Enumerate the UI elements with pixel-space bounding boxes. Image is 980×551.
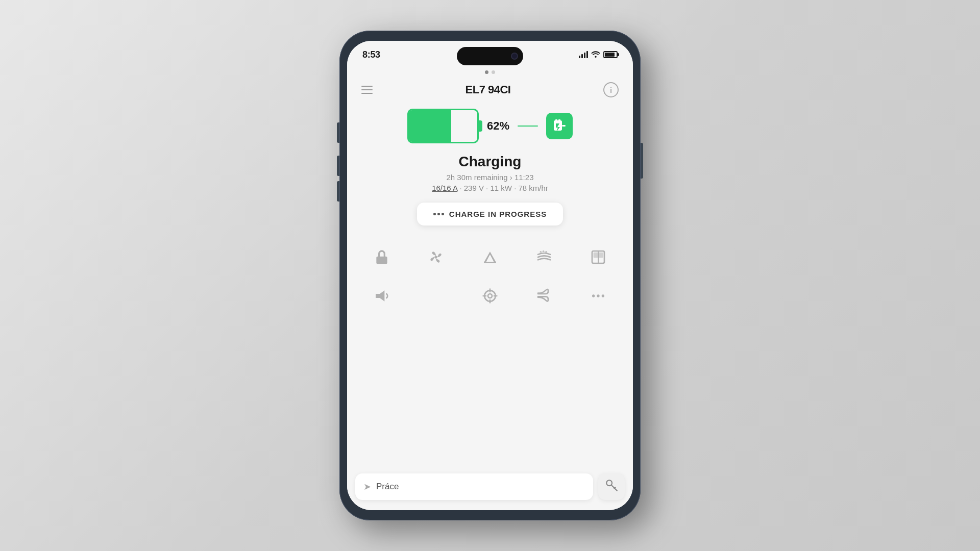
defrost-icon-button[interactable] — [530, 243, 558, 271]
horn-icon-button[interactable] — [368, 282, 396, 310]
target-icon — [482, 288, 498, 304]
car-title: EL7 94CI — [465, 83, 511, 96]
current-link[interactable]: 16/16 A — [432, 184, 457, 192]
charging-stats: 16/16 A · 239 V · 11 kW · 78 km/hr — [347, 184, 633, 192]
status-icons — [579, 51, 618, 59]
bottom-bar: ➤ Práce — [347, 469, 633, 510]
fan-icon — [428, 249, 444, 265]
svg-rect-1 — [555, 119, 557, 121]
destination-search-bar[interactable]: ➤ Práce — [355, 473, 593, 500]
charge-button-label: CHARGE IN PROGRESS — [449, 210, 547, 218]
airflow-icon-button[interactable] — [530, 282, 558, 310]
fan-icon-button[interactable] — [422, 243, 450, 271]
battery-percent: 62% — [487, 119, 509, 133]
locate-icon-button[interactable] — [476, 282, 504, 310]
phone-screen: 8:53 — [347, 41, 633, 510]
actions-row-1 — [368, 238, 612, 277]
camera-dot — [511, 53, 518, 60]
more-icon — [590, 288, 606, 304]
charging-time: 2h 30m remaining › 11:23 — [347, 173, 633, 182]
page-dots — [347, 68, 633, 78]
menu-button[interactable] — [361, 86, 373, 94]
phone-frame: 8:53 — [339, 31, 641, 520]
page-dot-1 — [485, 70, 488, 74]
destination-text: Práce — [376, 482, 399, 492]
ev-battery-display — [407, 109, 479, 143]
key-icon — [605, 479, 618, 495]
svg-point-20 — [602, 294, 604, 297]
svg-line-23 — [614, 487, 615, 488]
empty-slot-1 — [422, 282, 450, 310]
navigation-icon: ➤ — [363, 481, 371, 492]
svg-rect-4 — [562, 125, 566, 127]
signal-bars-icon — [579, 51, 588, 58]
defrost-icon — [536, 249, 552, 265]
status-bar: 8:53 — [347, 41, 633, 68]
svg-marker-11 — [376, 290, 384, 301]
key-button[interactable] — [598, 473, 625, 500]
svg-rect-5 — [376, 257, 387, 264]
battery-dash — [518, 126, 538, 127]
app-content: EL7 94CI i 62% — [347, 78, 633, 510]
page-dot-2 — [492, 70, 495, 74]
info-button[interactable]: i — [603, 82, 619, 97]
status-time: 8:53 — [362, 49, 380, 60]
battery-status-icon — [603, 51, 618, 58]
more-icon-button[interactable] — [584, 282, 612, 310]
svg-point-13 — [488, 294, 492, 298]
svg-point-6 — [434, 256, 437, 258]
actions-row-2 — [368, 277, 612, 315]
wifi-icon — [591, 51, 600, 59]
svg-point-18 — [592, 294, 595, 297]
charge-in-progress-button[interactable]: CHARGE IN PROGRESS — [417, 203, 563, 226]
svg-point-19 — [597, 294, 599, 297]
wipers-icon — [482, 249, 498, 265]
charge-button-wrap: CHARGE IN PROGRESS — [347, 201, 633, 238]
lock-icon — [374, 249, 390, 265]
horn-icon — [374, 288, 390, 304]
ev-battery-fill — [409, 110, 451, 142]
battery-section: 62% — [347, 104, 633, 152]
dynamic-island — [457, 47, 523, 65]
wipers-icon-button[interactable] — [476, 243, 504, 271]
charge-plug-icon — [546, 113, 573, 139]
actions-grid — [347, 238, 633, 315]
lock-icon-button[interactable] — [368, 243, 396, 271]
window-icon-button[interactable] — [584, 243, 612, 271]
svg-rect-2 — [558, 119, 560, 121]
charging-title: Charging — [347, 154, 633, 170]
airflow-icon — [536, 288, 552, 304]
charging-info: Charging 2h 30m remaining › 11:23 16/16 … — [347, 152, 633, 201]
top-nav: EL7 94CI i — [347, 78, 633, 104]
window-icon — [590, 249, 606, 265]
loading-dots-icon — [433, 213, 444, 215]
svg-point-21 — [606, 480, 612, 486]
